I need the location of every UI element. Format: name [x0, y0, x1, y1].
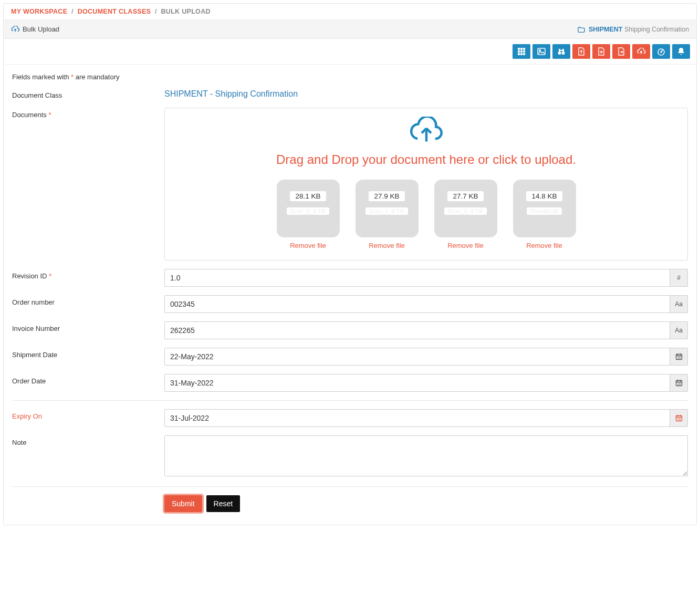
svg-text:19: 19 — [677, 356, 681, 359]
remove-file-link[interactable]: Remove file — [434, 242, 497, 249]
label-note: Note — [12, 435, 164, 446]
text-addon: Aa — [670, 295, 688, 313]
dropzone-text: Drag and Drop your document here or clic… — [175, 152, 677, 167]
file-card: 28.1 KB Scan_0_4.TIF Remove file — [277, 180, 340, 249]
file-name: Scan_0_4.TIF — [287, 207, 329, 215]
svg-point-12 — [562, 51, 565, 55]
svg-rect-5 — [523, 50, 525, 53]
reset-button[interactable]: Reset — [206, 495, 241, 512]
calendar-icon[interactable]: 19 — [670, 348, 688, 366]
page-title: Bulk Upload — [23, 25, 59, 33]
hash-addon: # — [670, 269, 688, 287]
breadcrumb-current: BULK UPLOAD — [161, 8, 211, 15]
mandatory-hint: Fields marked with * are mandatory — [12, 73, 688, 81]
file-size: 27.7 KB — [447, 191, 483, 201]
toolbar-bell[interactable] — [672, 44, 690, 59]
svg-rect-0 — [518, 48, 520, 50]
invoice-number-input[interactable] — [164, 321, 670, 339]
calendar-icon[interactable]: 19 — [670, 374, 688, 392]
shipment-date-input[interactable] — [164, 348, 670, 366]
svg-rect-3 — [518, 50, 520, 53]
cloud-upload-large-icon — [175, 117, 677, 146]
svg-rect-15 — [560, 50, 562, 51]
file-name: Thumbs.db — [527, 207, 562, 215]
breadcrumb-sep: / — [153, 8, 159, 15]
dropzone[interactable]: Drag and Drop your document here or clic… — [164, 108, 688, 260]
note-textarea[interactable] — [164, 435, 688, 476]
remove-file-link[interactable]: Remove file — [513, 242, 576, 249]
svg-rect-4 — [520, 50, 523, 53]
calendar-icon[interactable]: 19 — [670, 409, 688, 427]
order-number-input[interactable] — [164, 295, 670, 313]
svg-text:19: 19 — [677, 382, 681, 385]
value-document-class: SHIPMENT - Shipping Confirmation — [164, 88, 688, 99]
label-shipment-date: Shipment Date — [12, 348, 164, 359]
svg-rect-6 — [518, 53, 520, 55]
label-document-class: Document Class — [12, 88, 164, 99]
svg-rect-13 — [559, 49, 560, 51]
breadcrumb-my-workspace[interactable]: MY WORKSPACE — [11, 8, 67, 15]
toolbar — [4, 39, 696, 65]
file-card: 27.7 KB Scan_2_4.TIF Remove file — [434, 180, 497, 249]
toolbar-grid[interactable] — [513, 44, 530, 59]
breadcrumb-document-classes[interactable]: DOCUMENT CLASSES — [78, 8, 151, 15]
divider — [12, 486, 688, 487]
folder-icon — [577, 26, 586, 33]
svg-rect-14 — [562, 49, 564, 51]
docclass-name: Shipping Confirmation — [624, 26, 689, 33]
svg-point-17 — [661, 51, 662, 53]
order-date-input[interactable] — [164, 374, 670, 392]
label-documents: Documents * — [12, 108, 164, 119]
svg-point-11 — [558, 51, 561, 55]
toolbar-binoculars[interactable] — [552, 44, 570, 59]
remove-file-link[interactable]: Remove file — [356, 242, 419, 249]
expiry-on-input[interactable] — [164, 409, 670, 427]
breadcrumb: MY WORKSPACE / DOCUMENT CLASSES / BULK U… — [4, 4, 696, 20]
svg-rect-9 — [538, 48, 545, 55]
docclass-code: SHIPMENT — [589, 26, 623, 33]
label-revision-id: Revision ID * — [12, 269, 164, 280]
toolbar-file-export[interactable] — [612, 44, 630, 59]
label-invoice-number: Invoice Number — [12, 321, 164, 332]
svg-rect-7 — [520, 53, 523, 55]
svg-rect-2 — [523, 48, 525, 50]
svg-point-10 — [539, 50, 541, 51]
file-size: 28.1 KB — [290, 191, 326, 201]
file-thumb[interactable]: 14.8 KB Thumbs.db — [513, 180, 576, 237]
file-card: 27.9 KB Scan_1_4.TIF Remove file — [356, 180, 419, 249]
toolbar-cloud-up[interactable] — [632, 44, 650, 59]
label-order-date: Order Date — [12, 374, 164, 385]
toolbar-file-up[interactable] — [572, 44, 590, 59]
toolbar-file-plus[interactable] — [592, 44, 610, 59]
divider — [12, 400, 688, 401]
cloud-upload-icon — [11, 26, 19, 33]
submit-button[interactable]: Submit — [164, 495, 202, 512]
file-thumb[interactable]: 28.1 KB Scan_0_4.TIF — [277, 180, 340, 237]
label-order-number: Order number — [12, 295, 164, 306]
file-thumb[interactable]: 27.9 KB Scan_1_4.TIF — [356, 180, 419, 237]
file-name: Scan_2_4.TIF — [444, 207, 487, 215]
toolbar-dashboard[interactable] — [652, 44, 670, 59]
breadcrumb-sep: / — [69, 8, 76, 15]
svg-text:19: 19 — [677, 418, 681, 421]
revision-id-input[interactable] — [164, 269, 670, 287]
file-name: Scan_1_4.TIF — [365, 207, 408, 215]
svg-rect-8 — [523, 53, 525, 55]
file-thumb[interactable]: 27.7 KB Scan_2_4.TIF — [434, 180, 497, 237]
file-size: 27.9 KB — [369, 191, 404, 201]
toolbar-image[interactable] — [532, 44, 550, 59]
file-card: 14.8 KB Thumbs.db Remove file — [513, 180, 576, 249]
label-expiry-on: Expiry On — [12, 409, 164, 420]
svg-rect-1 — [520, 48, 523, 50]
file-size: 14.8 KB — [526, 191, 562, 201]
remove-file-link[interactable]: Remove file — [277, 242, 340, 249]
text-addon: Aa — [670, 321, 688, 339]
